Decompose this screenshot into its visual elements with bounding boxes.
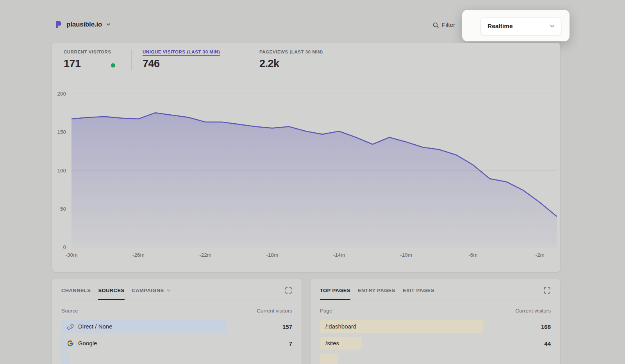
y-axis-label: 50 bbox=[60, 206, 66, 211]
x-axis-label: -10m bbox=[400, 252, 412, 258]
tab-label: CAMPAIGNS bbox=[132, 288, 164, 293]
tab-label: ENTRY PAGES bbox=[358, 288, 395, 293]
chevron-down-icon bbox=[105, 21, 111, 27]
sources-tabs: CHANNELSSOURCESCAMPAIGNS bbox=[61, 288, 292, 300]
top-stats: CURRENT VISITORS 171 UNIQUE VISITORS (LA… bbox=[64, 50, 548, 70]
realtime-spotlight: Realtime bbox=[462, 10, 570, 41]
stat-label: PAGEVIEWS (LAST 30 MIN) bbox=[259, 50, 323, 54]
expand-icon bbox=[285, 287, 292, 294]
x-axis-label: -26m bbox=[132, 252, 145, 258]
pages-tabs: TOP PAGESENTRY PAGESEXIT PAGES bbox=[320, 288, 551, 300]
search-icon bbox=[432, 22, 439, 28]
row-label: /:dashboard bbox=[325, 323, 356, 330]
tab-top-pages[interactable]: TOP PAGES bbox=[320, 288, 350, 300]
row-label: Direct / None bbox=[78, 323, 112, 330]
stat-unique-visitors[interactable]: UNIQUE VISITORS (LAST 30 MIN) 746 bbox=[131, 50, 247, 70]
plausible-logo-icon bbox=[55, 20, 63, 28]
stat-current-visitors[interactable]: CURRENT VISITORS 171 bbox=[64, 50, 131, 70]
period-selector-button[interactable]: Realtime bbox=[480, 17, 561, 35]
site-picker[interactable]: plausible.io bbox=[55, 20, 111, 28]
tab-label: TOP PAGES bbox=[320, 288, 350, 293]
stat-value: 2.2k bbox=[259, 58, 279, 70]
row-content: Direct / None bbox=[61, 320, 292, 333]
row-label: Google bbox=[78, 340, 97, 346]
row-content bbox=[320, 353, 551, 364]
row-value: 168 bbox=[541, 323, 551, 330]
tab-campaigns[interactable]: CAMPAIGNS bbox=[132, 288, 171, 300]
table-row[interactable]: /sites44 bbox=[320, 337, 551, 350]
column-header-current-visitors: Current visitors bbox=[257, 308, 292, 314]
sources-card: CHANNELSSOURCESCAMPAIGNS Source Current … bbox=[52, 279, 302, 364]
filter-label: Filter bbox=[442, 21, 455, 28]
tab-label: SOURCES bbox=[98, 288, 124, 293]
table-row[interactable]: Google7 bbox=[61, 337, 292, 350]
stat-value: 171 bbox=[64, 58, 81, 70]
tab-label: EXIT PAGES bbox=[403, 288, 434, 293]
chevron-down-icon bbox=[549, 23, 556, 30]
y-axis-label: 100 bbox=[57, 167, 66, 173]
x-axis-label: -2m bbox=[536, 252, 545, 258]
x-axis-label: -30m bbox=[66, 252, 78, 258]
sources-rows: Direct / None157Google7 bbox=[61, 320, 292, 364]
row-content: /sites bbox=[320, 337, 551, 350]
tab-channels[interactable]: CHANNELS bbox=[61, 288, 91, 300]
site-name: plausible.io bbox=[66, 21, 102, 28]
visitors-graph-card: CURRENT VISITORS 171 UNIQUE VISITORS (LA… bbox=[52, 43, 560, 272]
visitors-line-chart: 050100150200-30m-26m-22m-18m-14m-10m-6m-… bbox=[71, 94, 557, 247]
pages-card: TOP PAGESENTRY PAGESEXIT PAGES Page Curr… bbox=[311, 279, 560, 364]
tab-entry-pages[interactable]: ENTRY PAGES bbox=[358, 288, 395, 300]
y-axis-label: 150 bbox=[57, 129, 66, 135]
row-content: /:dashboard bbox=[320, 320, 551, 333]
tab-exit-pages[interactable]: EXIT PAGES bbox=[403, 288, 434, 300]
link-icon bbox=[67, 323, 74, 330]
y-axis-label: 200 bbox=[57, 91, 66, 97]
google-icon bbox=[67, 340, 74, 347]
column-header-source: Source bbox=[61, 308, 78, 314]
row-value: 157 bbox=[282, 323, 292, 330]
stat-pageviews[interactable]: PAGEVIEWS (LAST 30 MIN) 2.2k bbox=[247, 50, 323, 70]
x-axis-label: -22m bbox=[199, 252, 211, 258]
tab-label: CHANNELS bbox=[61, 288, 91, 293]
row-label: /sites bbox=[325, 340, 339, 346]
x-axis-label: -14m bbox=[333, 252, 345, 258]
stat-value: 746 bbox=[143, 58, 160, 70]
pages-rows: /:dashboard168/sites44 bbox=[320, 320, 551, 364]
row-content bbox=[61, 353, 292, 364]
stat-label: CURRENT VISITORS bbox=[64, 50, 131, 54]
filter-button[interactable]: Filter bbox=[432, 21, 455, 28]
table-row[interactable]: Direct / None157 bbox=[61, 320, 292, 333]
table-row[interactable] bbox=[61, 353, 292, 364]
gridline bbox=[71, 247, 557, 247]
y-axis-label: 0 bbox=[63, 244, 66, 250]
tab-sources[interactable]: SOURCES bbox=[98, 288, 124, 300]
row-value: 44 bbox=[544, 340, 551, 346]
x-axis-label: -18m bbox=[266, 252, 279, 258]
expand-card-button[interactable] bbox=[543, 287, 551, 294]
stat-label: UNIQUE VISITORS (LAST 30 MIN) bbox=[143, 50, 247, 54]
column-header-current-visitors: Current visitors bbox=[515, 308, 551, 314]
x-axis-label: -6m bbox=[468, 252, 477, 258]
table-row[interactable] bbox=[320, 353, 551, 364]
live-indicator-dot bbox=[111, 63, 115, 67]
table-row[interactable]: /:dashboard168 bbox=[320, 320, 551, 333]
row-content: Google bbox=[61, 337, 292, 350]
chart-canvas bbox=[71, 94, 557, 247]
row-value: 7 bbox=[289, 340, 292, 346]
column-header-page: Page bbox=[320, 308, 332, 314]
period-selector-value: Realtime bbox=[488, 23, 513, 30]
expand-card-button[interactable] bbox=[285, 287, 292, 294]
expand-icon bbox=[543, 287, 551, 294]
chevron-down-icon bbox=[166, 288, 171, 293]
